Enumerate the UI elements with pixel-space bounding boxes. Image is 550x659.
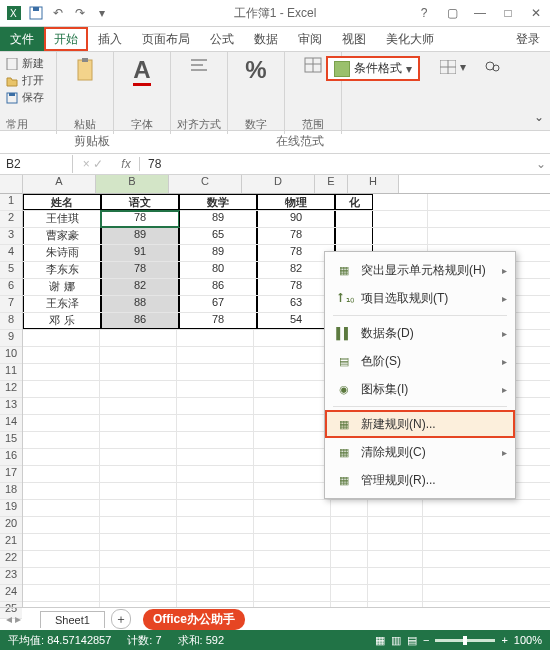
column-headers[interactable]: ABCDEH bbox=[23, 175, 550, 194]
cell[interactable] bbox=[254, 585, 331, 601]
cell[interactable]: 朱诗雨 bbox=[23, 245, 101, 261]
cell[interactable] bbox=[331, 517, 368, 533]
cell[interactable]: 数学 bbox=[179, 194, 257, 210]
row-header[interactable]: 16 bbox=[0, 449, 22, 466]
number-icon[interactable]: % bbox=[245, 56, 266, 84]
font-icon[interactable]: A bbox=[133, 56, 150, 84]
clip-label[interactable]: 剪贴板 bbox=[74, 133, 110, 150]
online-scope-label[interactable]: 在线范式 bbox=[276, 133, 324, 150]
cell[interactable] bbox=[23, 381, 100, 397]
cell[interactable] bbox=[23, 585, 100, 601]
col-header[interactable]: E bbox=[315, 175, 348, 193]
formula-buttons[interactable]: × ✓ bbox=[73, 157, 113, 171]
cell[interactable] bbox=[23, 568, 100, 584]
cell[interactable]: 78 bbox=[257, 228, 335, 244]
cell[interactable] bbox=[23, 432, 100, 448]
cell[interactable] bbox=[331, 568, 368, 584]
sheet-tab[interactable]: Sheet1 bbox=[40, 611, 105, 628]
cell[interactable] bbox=[23, 517, 100, 533]
cell[interactable] bbox=[100, 398, 177, 414]
menu-new-rule[interactable]: ▦新建规则(N)... bbox=[325, 410, 515, 438]
cell[interactable] bbox=[177, 432, 254, 448]
cell[interactable]: 88 bbox=[101, 296, 179, 312]
cell[interactable] bbox=[254, 466, 331, 482]
cell[interactable] bbox=[254, 381, 331, 397]
cell[interactable] bbox=[23, 364, 100, 380]
cell[interactable] bbox=[100, 381, 177, 397]
cell[interactable] bbox=[100, 364, 177, 380]
menu-data-bars[interactable]: ▌▌数据条(D)▸ bbox=[325, 319, 515, 347]
cell[interactable] bbox=[368, 534, 423, 550]
cell[interactable]: 78 bbox=[101, 262, 179, 278]
cell[interactable] bbox=[177, 568, 254, 584]
row-header[interactable]: 2 bbox=[0, 211, 22, 228]
cell[interactable] bbox=[23, 415, 100, 431]
cell[interactable] bbox=[254, 534, 331, 550]
zoom-level[interactable]: 100% bbox=[514, 634, 542, 646]
paste-icon[interactable] bbox=[72, 56, 98, 86]
cell[interactable] bbox=[254, 330, 331, 346]
row-header[interactable]: 4 bbox=[0, 245, 22, 262]
cell[interactable] bbox=[368, 585, 423, 601]
view-normal-icon[interactable]: ▦ bbox=[375, 634, 385, 647]
cell[interactable] bbox=[100, 449, 177, 465]
col-header[interactable]: C bbox=[169, 175, 242, 193]
cell[interactable] bbox=[100, 568, 177, 584]
cell[interactable] bbox=[331, 500, 368, 516]
cell[interactable] bbox=[254, 347, 331, 363]
menu-clear-rules[interactable]: ▦清除规则(C)▸ bbox=[325, 438, 515, 466]
cell[interactable] bbox=[177, 364, 254, 380]
row-headers[interactable]: 1234567891011121314151617181920212223242… bbox=[0, 175, 23, 607]
cell[interactable] bbox=[335, 211, 373, 227]
cell[interactable] bbox=[335, 228, 373, 244]
cell[interactable] bbox=[100, 551, 177, 567]
tab-review[interactable]: 审阅 bbox=[288, 27, 332, 51]
cell[interactable] bbox=[177, 466, 254, 482]
cell[interactable] bbox=[23, 330, 100, 346]
cell[interactable] bbox=[177, 500, 254, 516]
cell[interactable] bbox=[177, 517, 254, 533]
cmd-open[interactable]: 打开 bbox=[6, 73, 44, 88]
cell[interactable] bbox=[100, 330, 177, 346]
col-header[interactable]: D bbox=[242, 175, 315, 193]
zoom-slider[interactable] bbox=[435, 639, 495, 642]
cell[interactable]: 90 bbox=[257, 211, 335, 227]
formula-input[interactable]: 78 bbox=[140, 155, 532, 173]
save-icon[interactable] bbox=[26, 3, 46, 23]
cell[interactable] bbox=[254, 364, 331, 380]
cell[interactable]: 李东东 bbox=[23, 262, 101, 278]
row-header[interactable]: 11 bbox=[0, 364, 22, 381]
row-header[interactable]: 10 bbox=[0, 347, 22, 364]
cmd-save[interactable]: 保存 bbox=[6, 90, 44, 105]
tab-formulas[interactable]: 公式 bbox=[200, 27, 244, 51]
cell[interactable] bbox=[254, 398, 331, 414]
cell[interactable] bbox=[100, 534, 177, 550]
tab-file[interactable]: 文件 bbox=[0, 27, 44, 51]
worksheet-grid[interactable]: 1234567891011121314151617181920212223242… bbox=[0, 175, 550, 607]
col-header[interactable]: H bbox=[348, 175, 399, 193]
cell[interactable] bbox=[254, 568, 331, 584]
cell[interactable]: 89 bbox=[179, 211, 257, 227]
row-header[interactable]: 1 bbox=[0, 194, 22, 211]
cell[interactable]: 67 bbox=[179, 296, 257, 312]
cell[interactable]: 89 bbox=[101, 228, 179, 244]
cell[interactable] bbox=[368, 500, 423, 516]
maximize-icon[interactable]: □ bbox=[494, 2, 522, 24]
view-break-icon[interactable]: ▤ bbox=[407, 634, 417, 647]
ribbon-options-icon[interactable]: ▢ bbox=[438, 2, 466, 24]
cell[interactable]: 86 bbox=[179, 279, 257, 295]
cell[interactable] bbox=[177, 551, 254, 567]
cell[interactable]: 化 bbox=[335, 194, 373, 210]
cell[interactable] bbox=[177, 415, 254, 431]
add-sheet-button[interactable]: ＋ bbox=[111, 609, 131, 629]
row-header[interactable]: 14 bbox=[0, 415, 22, 432]
help-icon[interactable]: ? bbox=[410, 2, 438, 24]
tab-login[interactable]: 登录 bbox=[506, 27, 550, 51]
row-header[interactable]: 15 bbox=[0, 432, 22, 449]
cell[interactable]: 86 bbox=[101, 313, 179, 329]
col-header[interactable]: B bbox=[96, 175, 169, 193]
cell[interactable] bbox=[177, 483, 254, 499]
name-box[interactable]: B2 bbox=[0, 155, 73, 173]
cell[interactable] bbox=[254, 483, 331, 499]
menu-color-scales[interactable]: ▤色阶(S)▸ bbox=[325, 347, 515, 375]
